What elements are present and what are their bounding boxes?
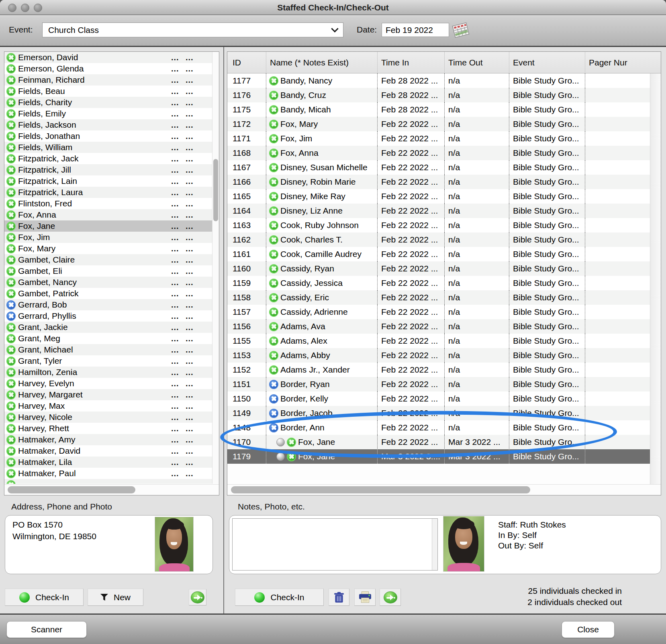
date-input[interactable]: Feb 19 2022 (382, 23, 449, 37)
details-dots-button[interactable]: ... (186, 64, 196, 73)
table-row[interactable]: 1158Cassidy, EricFeb 22 2022 ...n/aBible… (227, 290, 650, 305)
details-dots-button[interactable]: ... (171, 222, 183, 231)
column-header-pager[interactable]: Pager Nur (585, 52, 661, 73)
details-dots-button[interactable]: ... (171, 64, 183, 73)
list-item[interactable]: Fox, Jane...... (4, 220, 212, 232)
table-row[interactable]: 1167Disney, Susan MichelleFeb 22 2022 ..… (227, 160, 650, 175)
details-dots-button[interactable]: ... (186, 278, 196, 287)
list-item[interactable]: Fox, Anna...... (4, 209, 212, 220)
table-row[interactable]: 1179Fox, JaneMar 3 2022 3:...Mar 3 2022 … (227, 449, 650, 464)
details-dots-button[interactable]: ... (186, 267, 196, 276)
table-row[interactable]: 1171Fox, JimFeb 22 2022 ...n/aBible Stud… (227, 131, 650, 146)
column-header-time-out[interactable]: Time Out (444, 52, 509, 73)
table-row[interactable]: 1157Cassidy, AdrienneFeb 22 2022 ...n/aB… (227, 305, 650, 319)
table-row[interactable]: 1150Border, KellyFeb 22 2022 ...n/aBible… (227, 391, 650, 406)
details-dots-button[interactable]: ... (186, 379, 196, 388)
details-dots-button[interactable]: ... (171, 300, 183, 310)
details-dots-button[interactable]: ... (186, 312, 196, 321)
details-dots-button[interactable]: ... (186, 458, 196, 467)
details-dots-button[interactable]: ... (186, 413, 196, 422)
details-dots-button[interactable]: ... (171, 424, 183, 433)
list-item[interactable]: Fitzpatrick, Jack...... (4, 153, 212, 164)
list-item[interactable]: Fox, Mary...... (4, 243, 212, 254)
table-row[interactable]: 1162Cook, Charles T.Feb 22 2022 ...n/aBi… (227, 232, 650, 247)
details-dots-button[interactable]: ... (171, 278, 183, 287)
table-row[interactable]: 1164Disney, Liz AnneFeb 22 2022 ...n/aBi… (227, 204, 650, 218)
table-row[interactable]: 1172Fox, MaryFeb 22 2022 ...n/aBible Stu… (227, 117, 650, 131)
details-dots-button[interactable]: ... (186, 222, 196, 231)
details-dots-button[interactable]: ... (171, 458, 183, 467)
column-header-event[interactable]: Event (509, 52, 585, 73)
details-dots-button[interactable]: ... (171, 334, 183, 343)
details-dots-button[interactable]: ... (186, 233, 196, 242)
details-dots-button[interactable]: ... (171, 98, 183, 107)
table-row[interactable]: 1159Cassidy, JessicaFeb 22 2022 ...n/aBi… (227, 276, 650, 290)
details-dots-button[interactable]: ... (171, 210, 183, 220)
details-dots-button[interactable]: ... (171, 87, 183, 96)
close-button[interactable]: Close (562, 621, 615, 638)
details-dots-button[interactable]: ... (186, 199, 196, 208)
details-dots-button[interactable]: ... (186, 255, 196, 265)
details-dots-button[interactable]: ... (186, 401, 196, 411)
notes-textarea[interactable] (233, 519, 432, 570)
details-dots-button[interactable]: ... (186, 98, 196, 107)
details-dots-button[interactable]: ... (171, 469, 183, 478)
details-dots-button[interactable]: ... (171, 413, 183, 422)
scanner-button[interactable]: Scanner (6, 621, 87, 638)
list-item[interactable]: Fox, Jim...... (4, 232, 212, 243)
list-item[interactable]: Gambet, Patrick...... (4, 288, 212, 299)
list-item[interactable]: Fitzpatrick, Laura...... (4, 187, 212, 198)
list-item[interactable]: Fields, Beau...... (4, 86, 212, 97)
list-item[interactable]: Gerrard, Phyllis...... (4, 310, 212, 322)
details-dots-button[interactable]: ... (171, 357, 183, 366)
right-check-in-button[interactable]: Check-In (235, 589, 324, 606)
list-item[interactable]: Harvey, Margaret...... (4, 389, 212, 400)
list-item[interactable]: Fitzpatrick, Jill...... (4, 164, 212, 175)
details-dots-button[interactable]: ... (171, 368, 183, 377)
column-header-time-in[interactable]: Time In (377, 52, 444, 73)
table-row[interactable]: 1151Border, RyanFeb 22 2022 ...n/aBible … (227, 377, 650, 391)
list-item[interactable]: ...... (4, 479, 212, 484)
details-dots-button[interactable]: ... (171, 345, 183, 355)
details-dots-button[interactable]: ... (171, 244, 183, 253)
details-dots-button[interactable]: ... (171, 435, 183, 444)
table-row[interactable]: 1176Bandy, CruzFeb 28 2022 ...n/aBible S… (227, 88, 650, 102)
list-item[interactable]: Harvey, Max...... (4, 400, 212, 412)
table-row[interactable]: 1149Border, JacobFeb 22 2022 ...n/aBible… (227, 406, 650, 420)
column-header-id[interactable]: ID (227, 52, 266, 73)
details-dots-button[interactable]: ... (171, 165, 183, 175)
details-dots-button[interactable]: ... (171, 323, 183, 332)
table-row[interactable]: 1168Fox, AnnaFeb 22 2022 ...n/aBible Stu… (227, 146, 650, 160)
details-dots-button[interactable]: ... (186, 368, 196, 377)
table-row[interactable]: 1165Disney, Mike RayFeb 22 2022 ...n/aBi… (227, 189, 650, 204)
list-item[interactable]: Harvey, Rhett...... (4, 423, 212, 434)
details-dots-button[interactable]: ... (171, 255, 183, 265)
list-item[interactable]: Feinman, Richard...... (4, 74, 212, 86)
details-dots-button[interactable]: ... (186, 289, 196, 298)
details-dots-button[interactable]: ... (171, 233, 183, 242)
details-dots-button[interactable]: ... (171, 120, 183, 130)
details-dots-button[interactable]: ... (171, 177, 183, 186)
details-dots-button[interactable]: ... (186, 87, 196, 96)
list-item[interactable]: Fields, Charity...... (4, 97, 212, 108)
list-item[interactable]: Gambet, Claire...... (4, 254, 212, 265)
details-dots-button[interactable]: ... (186, 165, 196, 175)
calendar-icon[interactable] (453, 23, 468, 37)
scrollbar-thumb[interactable] (8, 486, 135, 493)
details-dots-button[interactable]: ... (171, 267, 183, 276)
details-dots-button[interactable]: ... (186, 210, 196, 220)
details-dots-button[interactable]: ... (186, 120, 196, 130)
details-dots-button[interactable]: ... (171, 53, 183, 62)
list-item[interactable]: Fields, Jackson...... (4, 119, 212, 130)
details-dots-button[interactable]: ... (186, 469, 196, 478)
details-dots-button[interactable]: ... (186, 334, 196, 343)
details-dots-button[interactable]: ... (171, 379, 183, 388)
details-dots-button[interactable]: ... (186, 244, 196, 253)
details-dots-button[interactable]: ... (186, 345, 196, 355)
table-row[interactable]: 1166Disney, Robin MarieFeb 22 2022 ...n/… (227, 175, 650, 189)
details-dots-button[interactable]: ... (186, 143, 196, 152)
list-item[interactable]: Hatmaker, Amy...... (4, 434, 212, 445)
table-row[interactable]: 1156Adams, AvaFeb 22 2022 ...n/aBible St… (227, 319, 650, 334)
notes-scrollbar[interactable] (432, 519, 437, 570)
details-dots-button[interactable]: ... (171, 132, 183, 141)
